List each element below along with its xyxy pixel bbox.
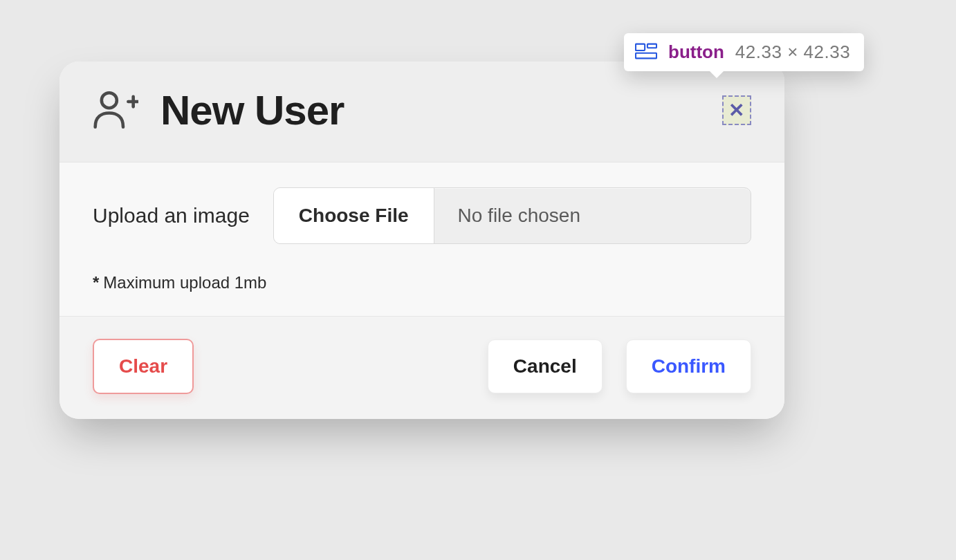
modal-title: New User bbox=[160, 86, 344, 134]
file-status: No file chosen bbox=[434, 188, 751, 243]
header-left: New User bbox=[93, 86, 344, 134]
close-button[interactable]: ✕ bbox=[722, 95, 751, 124]
tooltip-dimensions: 42.33 × 42.33 bbox=[735, 41, 850, 63]
modal-body: Upload an image Choose File No file chos… bbox=[59, 162, 784, 317]
close-icon: ✕ bbox=[728, 99, 744, 122]
upload-label: Upload an image bbox=[93, 204, 250, 227]
note-asterisk: * bbox=[93, 273, 99, 292]
file-input[interactable]: Choose File No file chosen bbox=[273, 187, 751, 244]
user-plus-icon bbox=[93, 88, 138, 133]
choose-file-button[interactable]: Choose File bbox=[274, 188, 434, 243]
modal-footer: Clear Cancel Confirm bbox=[59, 317, 784, 419]
note-text: Maximum upload 1mb bbox=[103, 273, 266, 292]
svg-rect-5 bbox=[636, 53, 656, 58]
devtools-tooltip: button 42.33 × 42.33 bbox=[624, 33, 864, 71]
layout-icon bbox=[635, 43, 657, 62]
upload-note: *Maximum upload 1mb bbox=[93, 273, 751, 292]
new-user-modal: New User ✕ Upload an image Choose File N… bbox=[59, 62, 784, 419]
svg-point-0 bbox=[102, 93, 117, 108]
footer-right: Cancel Confirm bbox=[488, 339, 751, 393]
svg-rect-3 bbox=[636, 44, 645, 50]
upload-row: Upload an image Choose File No file chos… bbox=[93, 187, 751, 244]
clear-button[interactable]: Clear bbox=[93, 339, 194, 394]
tooltip-tag: button bbox=[668, 41, 724, 63]
confirm-button[interactable]: Confirm bbox=[626, 339, 751, 393]
cancel-button[interactable]: Cancel bbox=[488, 339, 603, 393]
svg-rect-4 bbox=[647, 44, 656, 48]
modal-header: New User ✕ bbox=[59, 62, 784, 162]
